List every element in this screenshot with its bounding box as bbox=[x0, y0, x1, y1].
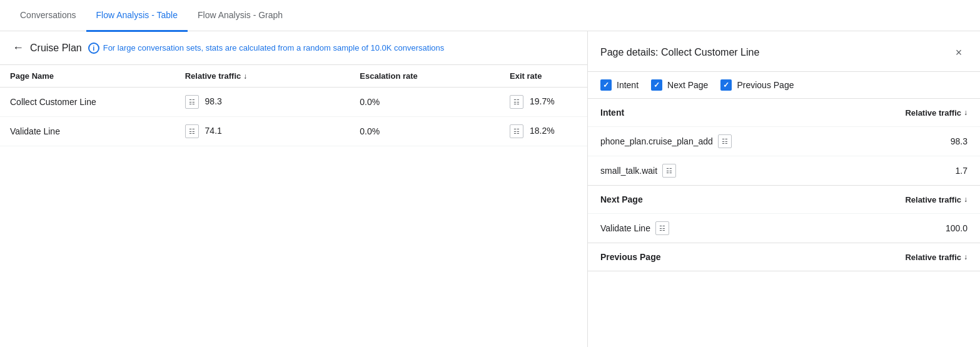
section-header-rel-previous_page: Relative traffic ↓ bbox=[905, 253, 967, 262]
cell-page-name: Validate Line bbox=[0, 117, 175, 146]
detail-sections: Intent Relative traffic ↓ phone_plan.cru… bbox=[588, 99, 980, 347]
checkbox-next_page[interactable] bbox=[651, 79, 662, 91]
breadcrumb-bar: ← Cruise Plan i For large conversation s… bbox=[0, 31, 587, 64]
detail-row[interactable]: Validate Line ☷ 100.0 bbox=[588, 213, 980, 243]
section-header-label-previous_page: Previous Page bbox=[600, 252, 661, 262]
detail-row-value: 1.7 bbox=[956, 166, 967, 176]
detail-row-name: small_talk.wait ☷ bbox=[600, 164, 680, 178]
filter-label-intent: Intent bbox=[617, 80, 639, 90]
cell-exit-rate: ☷ 18.2% bbox=[500, 117, 587, 146]
info-icon: i bbox=[88, 43, 99, 54]
detail-table-icon[interactable]: ☷ bbox=[655, 221, 669, 235]
filter-label-next_page: Next Page bbox=[667, 80, 708, 90]
table-icon[interactable]: ☷ bbox=[185, 95, 199, 109]
detail-table-icon[interactable]: ☷ bbox=[718, 134, 732, 148]
cell-relative-traffic: ☷ 98.3 bbox=[175, 88, 350, 117]
section-header-rel-intent: Relative traffic ↓ bbox=[905, 108, 967, 118]
detail-section-intent: Intent Relative traffic ↓ phone_plan.cru… bbox=[588, 99, 980, 186]
left-panel: ← Cruise Plan i For large conversation s… bbox=[0, 31, 588, 347]
table-row[interactable]: Validate Line ☷ 74.1 0.0% ☷ 18.2% bbox=[0, 117, 587, 146]
detail-section-next_page: Next Page Relative traffic ↓ Validate Li… bbox=[588, 186, 980, 243]
detail-row-name: phone_plan.cruise_plan_add ☷ bbox=[600, 134, 735, 148]
section-header-label-intent: Intent bbox=[600, 108, 624, 118]
section-header-intent: Intent Relative traffic ↓ bbox=[588, 99, 980, 126]
checkbox-previous_page[interactable] bbox=[720, 79, 732, 91]
detail-table-icon[interactable]: ☷ bbox=[662, 164, 676, 178]
col-header-escalation: Escalation rate bbox=[350, 65, 500, 88]
tabs-bar: Conversations Flow Analysis - Table Flow… bbox=[0, 0, 980, 31]
info-notice-text: For large conversation sets, stats are c… bbox=[103, 43, 445, 53]
cell-escalation-rate: 0.0% bbox=[350, 117, 500, 146]
filter-label-previous_page: Previous Page bbox=[737, 80, 794, 90]
detail-row-name: Validate Line ☷ bbox=[600, 221, 673, 235]
detail-row-value: 100.0 bbox=[946, 223, 967, 233]
col-header-page: Page Name bbox=[0, 65, 175, 88]
detail-row[interactable]: phone_plan.cruise_plan_add ☷ 98.3 bbox=[588, 126, 980, 156]
section-header-next_page: Next Page Relative traffic ↓ bbox=[588, 186, 980, 213]
detail-row-value: 98.3 bbox=[951, 136, 967, 146]
section-header-rel-next_page: Relative traffic ↓ bbox=[905, 195, 967, 204]
back-button[interactable]: ← bbox=[13, 41, 24, 54]
tab-flow-table[interactable]: Flow Analysis - Table bbox=[86, 1, 188, 32]
filter-item-next_page: Next Page bbox=[651, 79, 708, 91]
detail-row[interactable]: small_talk.wait ☷ 1.7 bbox=[588, 156, 980, 185]
cell-exit-rate: ☷ 19.7% bbox=[500, 88, 587, 117]
tab-flow-graph[interactable]: Flow Analysis - Graph bbox=[188, 1, 293, 32]
panel-title: Page details: Collect Customer Line bbox=[600, 47, 759, 58]
filter-item-intent: Intent bbox=[600, 79, 639, 91]
panel-header: Page details: Collect Customer Line × bbox=[588, 31, 980, 72]
info-notice: i For large conversation sets, stats are… bbox=[88, 43, 445, 54]
cell-page-name: Collect Customer Line bbox=[0, 88, 175, 117]
table-icon[interactable]: ☷ bbox=[185, 124, 199, 138]
main-table: Page Name Relative traffic ↓ Escalation … bbox=[0, 64, 587, 146]
tab-conversations[interactable]: Conversations bbox=[10, 1, 86, 32]
detail-section-previous_page: Previous Page Relative traffic ↓ bbox=[588, 243, 980, 271]
section-header-previous_page: Previous Page Relative traffic ↓ bbox=[588, 243, 980, 271]
main-layout: ← Cruise Plan i For large conversation s… bbox=[0, 31, 980, 347]
sort-arrow-icon: ↓ bbox=[243, 72, 247, 81]
close-button[interactable]: × bbox=[950, 44, 967, 61]
cell-escalation-rate: 0.0% bbox=[350, 88, 500, 117]
breadcrumb-title: Cruise Plan bbox=[30, 43, 82, 54]
col-header-relative-traffic[interactable]: Relative traffic ↓ bbox=[175, 65, 350, 88]
right-panel: Page details: Collect Customer Line × In… bbox=[588, 31, 980, 347]
table-icon[interactable]: ☷ bbox=[510, 124, 523, 138]
table-icon[interactable]: ☷ bbox=[510, 95, 523, 109]
filter-item-previous_page: Previous Page bbox=[720, 79, 794, 91]
filters-row: Intent Next Page Previous Page bbox=[588, 72, 980, 99]
checkbox-intent[interactable] bbox=[600, 79, 612, 91]
col-header-exit: Exit rate bbox=[500, 65, 587, 88]
cell-relative-traffic: ☷ 74.1 bbox=[175, 117, 350, 146]
section-header-label-next_page: Next Page bbox=[600, 194, 643, 204]
table-row[interactable]: Collect Customer Line ☷ 98.3 0.0% ☷ 19.7… bbox=[0, 88, 587, 117]
